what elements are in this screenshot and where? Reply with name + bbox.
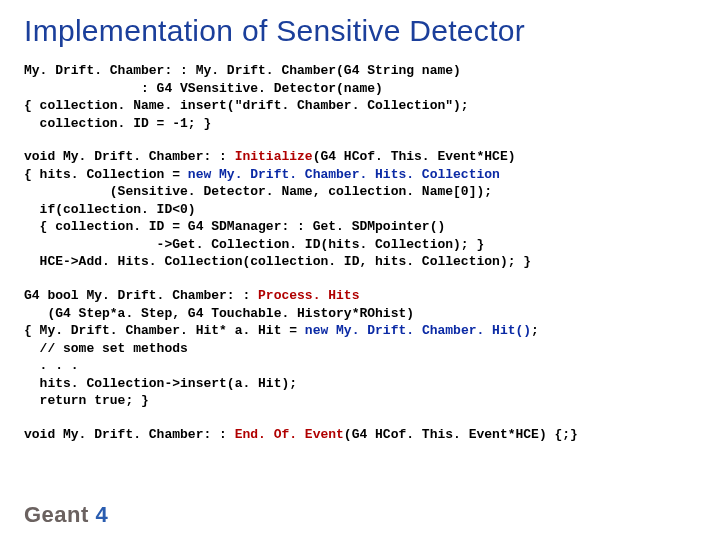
geant4-logo: Geant 4	[24, 502, 108, 528]
code-processhits: G4 bool My. Drift. Chamber: : Process. H…	[24, 287, 696, 410]
code-constructor: My. Drift. Chamber: : My. Drift. Chamber…	[24, 62, 696, 132]
code-initialize: void My. Drift. Chamber: : Initialize(G4…	[24, 148, 696, 271]
code-endofevent: void My. Drift. Chamber: : End. Of. Even…	[24, 426, 696, 444]
page-title: Implementation of Sensitive Detector	[24, 14, 696, 48]
